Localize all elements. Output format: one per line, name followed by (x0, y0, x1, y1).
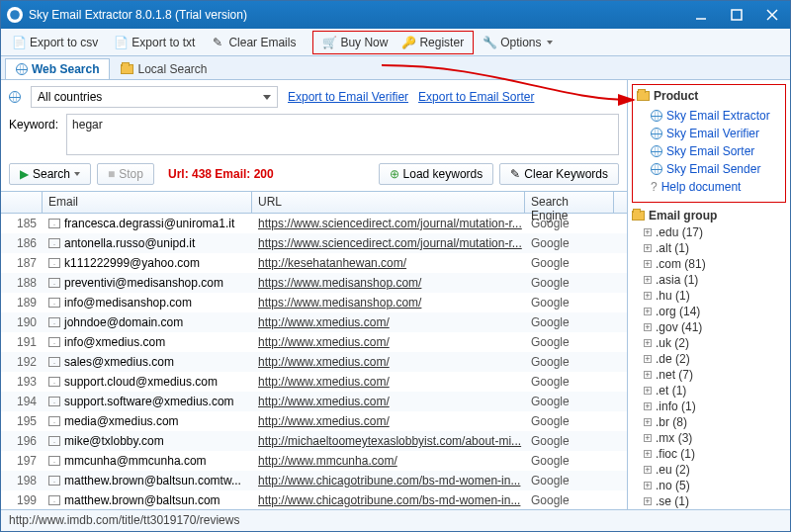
tree-expand-icon[interactable]: + (644, 482, 652, 489)
status-bar: http://www.imdb.com/title/tt3019170/revi… (1, 509, 790, 531)
cell-url[interactable]: http://www.xmedius.com/ (252, 395, 525, 408)
export-txt-button[interactable]: 📄 Export to txt (107, 33, 202, 52)
maximize-button[interactable] (719, 1, 754, 29)
email-group-item[interactable]: +.gov (41) (632, 319, 786, 335)
tree-expand-icon[interactable]: + (644, 434, 652, 442)
cell-email: info@xmedius.com (43, 335, 252, 349)
table-row[interactable]: 198matthew.brown@baltsun.comtw...http://… (1, 471, 627, 490)
tree-expand-icon[interactable]: + (644, 402, 652, 410)
tree-expand-icon[interactable]: + (644, 244, 652, 252)
tab-local-search[interactable]: Local Search (110, 58, 218, 79)
table-row[interactable]: 195media@xmedius.comhttp://www.xmedius.c… (1, 411, 627, 431)
cell-url[interactable]: http://www.xmedius.com/ (252, 355, 525, 369)
table-row[interactable]: 194support.software@xmedius.comhttp://ww… (1, 392, 627, 411)
table-row[interactable]: 191info@xmedius.comhttp://www.xmedius.co… (1, 332, 627, 352)
email-group-label: .alt (1) (656, 241, 689, 255)
options-button[interactable]: 🔧 Options (476, 33, 560, 52)
cell-url[interactable]: https://www.sciencedirect.com/journal/mu… (252, 236, 525, 250)
email-group-item[interactable]: +.edu (17) (632, 224, 786, 240)
column-url[interactable]: URL (252, 192, 525, 213)
cell-url[interactable]: http://www.chicagotribune.com/bs-md-wome… (252, 474, 525, 488)
table-row[interactable]: 196mike@txlobby.comhttp://michaeltoomeyt… (1, 431, 627, 451)
country-select[interactable]: All countries (31, 86, 278, 108)
tab-web-search[interactable]: Web Search (5, 58, 110, 79)
column-email[interactable]: Email (43, 192, 252, 213)
email-group-item[interactable]: +.no (5) (632, 478, 786, 493)
buy-now-button[interactable]: 🛒 Buy Now (315, 33, 395, 52)
cell-url[interactable]: http://michaeltoomeytexaslobbyist.com/ab… (252, 434, 525, 448)
buy-register-highlight: 🛒 Buy Now 🔑 Register (312, 31, 474, 54)
tree-expand-icon[interactable]: + (644, 497, 652, 505)
tree-expand-icon[interactable]: + (644, 466, 652, 474)
email-group-item[interactable]: +.br (8) (632, 414, 786, 430)
close-button[interactable] (754, 1, 790, 29)
cell-url[interactable]: http://www.chicagotribune.com/bs-md-wome… (252, 493, 525, 507)
email-group-item[interactable]: +.de (2) (632, 351, 786, 367)
tree-expand-icon[interactable]: + (644, 292, 652, 300)
table-row[interactable]: 187k111222999@yahoo.comhttp://kesehatanh… (1, 253, 627, 273)
email-group-item[interactable]: +.org (14) (632, 304, 786, 319)
cell-url[interactable]: http://www.xmedius.com/ (252, 375, 525, 389)
email-group-item[interactable]: +.et (1) (632, 383, 786, 399)
email-group-item[interactable]: +.hu (1) (632, 288, 786, 304)
email-group-item[interactable]: +.alt (1) (632, 240, 786, 256)
cell-search-engine: Google (525, 355, 614, 369)
tree-expand-icon[interactable]: + (644, 450, 652, 458)
cell-url[interactable]: https://www.sciencedirect.com/journal/mu… (252, 217, 525, 230)
table-row[interactable]: 192sales@xmedius.comhttp://www.xmedius.c… (1, 352, 627, 372)
cell-url[interactable]: https://www.medisanshop.com/ (252, 276, 525, 290)
cell-url[interactable]: http://www.xmedius.com/ (252, 335, 525, 349)
email-group-item[interactable]: +.fioc (1) (632, 446, 786, 462)
cell-url[interactable]: http://www.xmedius.com/ (252, 315, 525, 329)
export-to-sorter-link[interactable]: Export to Email Sorter (418, 90, 534, 104)
cell-number: 187 (1, 256, 43, 270)
cell-url[interactable]: http://www.xmedius.com/ (252, 414, 525, 428)
email-group-item[interactable]: +.mx (3) (632, 430, 786, 446)
tree-expand-icon[interactable]: + (644, 260, 652, 268)
cell-url[interactable]: http://kesehatanhewan.com/ (252, 256, 525, 270)
tree-expand-icon[interactable]: + (644, 355, 652, 363)
clear-keywords-button[interactable]: ✎ Clear Keywords (499, 163, 619, 185)
product-link[interactable]: Sky Email Extractor (637, 107, 781, 125)
product-link[interactable]: ?Help document (637, 178, 781, 196)
tree-expand-icon[interactable]: + (644, 276, 652, 284)
stop-button[interactable]: ■ Stop (97, 163, 154, 185)
table-row[interactable]: 186antonella.russo@unipd.ithttps://www.s… (1, 233, 627, 253)
tree-expand-icon[interactable]: + (644, 387, 652, 395)
email-group-item[interactable]: +.com (81) (632, 256, 786, 272)
tree-expand-icon[interactable]: + (644, 418, 652, 426)
product-link[interactable]: Sky Email Verifier (637, 125, 781, 142)
table-row[interactable]: 188preventivi@medisanshop.comhttps://www… (1, 273, 627, 293)
export-csv-button[interactable]: 📄 Export to csv (5, 33, 105, 52)
clear-emails-button[interactable]: ✎ Clear Emails (204, 33, 303, 52)
column-search-engine[interactable]: Search Engine (525, 192, 614, 213)
minimize-button[interactable] (683, 1, 719, 29)
product-link[interactable]: Sky Email Sender (637, 160, 781, 178)
tree-expand-icon[interactable]: + (644, 323, 652, 331)
table-row[interactable]: 189info@medisanshop.comhttps://www.medis… (1, 293, 627, 312)
tree-expand-icon[interactable]: + (644, 228, 652, 236)
tree-expand-icon[interactable]: + (644, 339, 652, 347)
table-row[interactable]: 199matthew.brown@baltsun.comhttp://www.c… (1, 490, 627, 509)
column-number[interactable] (1, 192, 43, 213)
email-group-item[interactable]: +.net (7) (632, 367, 786, 383)
email-group-item[interactable]: +.se (1) (632, 493, 786, 509)
email-group-item[interactable]: +.info (1) (632, 399, 786, 414)
keyword-input[interactable]: hegar (66, 114, 619, 155)
load-keywords-button[interactable]: ⊕ Load keywords (379, 163, 494, 185)
tree-expand-icon[interactable]: + (644, 371, 652, 379)
table-row[interactable]: 190johndoe@domain.comhttp://www.xmedius.… (1, 312, 627, 332)
email-group-item[interactable]: +.eu (2) (632, 462, 786, 478)
search-button[interactable]: ▶ Search (9, 163, 91, 185)
table-row[interactable]: 185francesca.degrassi@uniroma1.ithttps:/… (1, 214, 627, 233)
email-group-item[interactable]: +.uk (2) (632, 335, 786, 351)
tree-expand-icon[interactable]: + (644, 308, 652, 315)
cell-url[interactable]: https://www.medisanshop.com/ (252, 296, 525, 310)
export-to-verifier-link[interactable]: Export to Email Verifier (288, 90, 408, 104)
cell-url[interactable]: http://www.mmcunha.com/ (252, 454, 525, 468)
product-link[interactable]: Sky Email Sorter (637, 142, 781, 160)
table-row[interactable]: 193support.cloud@xmedius.comhttp://www.x… (1, 372, 627, 392)
email-group-item[interactable]: +.asia (1) (632, 272, 786, 288)
table-row[interactable]: 197mmcunha@mmcunha.comhttp://www.mmcunha… (1, 451, 627, 471)
register-button[interactable]: 🔑 Register (395, 33, 471, 52)
